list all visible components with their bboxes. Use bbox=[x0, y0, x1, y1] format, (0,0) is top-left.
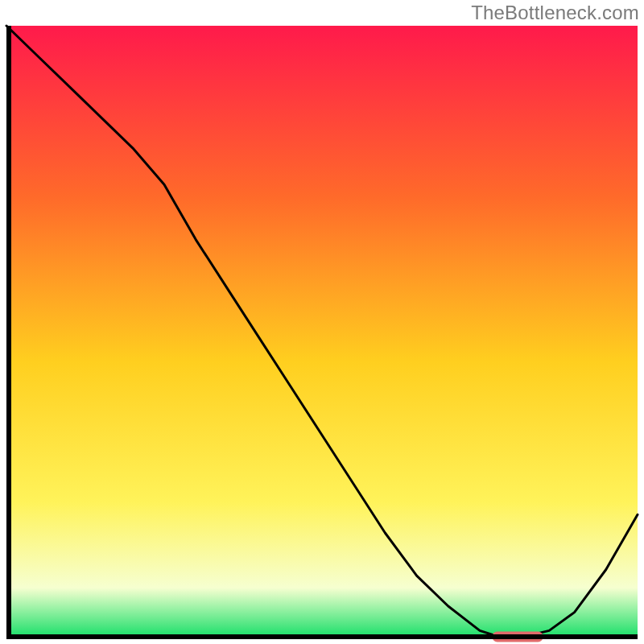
chart-svg bbox=[6, 26, 638, 637]
y-axis bbox=[6, 26, 11, 639]
watermark-text: TheBottleneck.com bbox=[471, 2, 639, 24]
chart-container: { "watermark": "TheBottleneck.com", "col… bbox=[0, 0, 644, 644]
x-axis bbox=[6, 634, 638, 639]
